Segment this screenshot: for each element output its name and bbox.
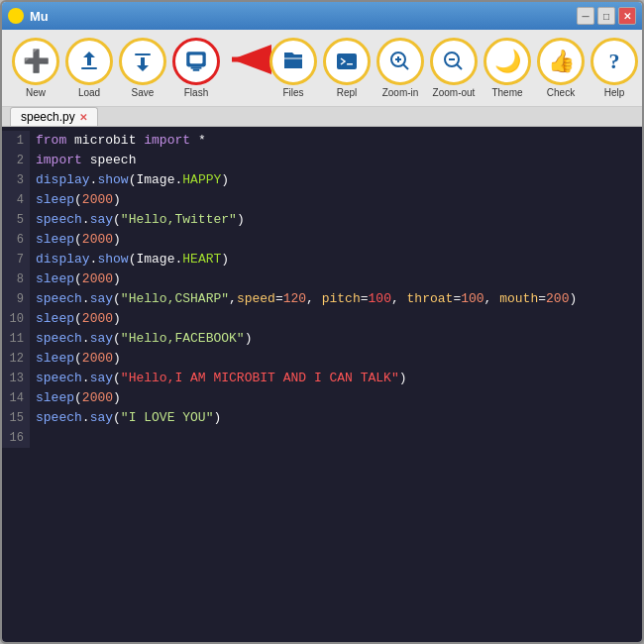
- close-button[interactable]: ✕: [618, 7, 636, 25]
- tool-files[interactable]: Files: [269, 38, 317, 98]
- line-code-13: speech.say("Hello,I AM MICROBIT AND I CA…: [30, 369, 407, 388]
- files-icon: [269, 38, 317, 85]
- line-number-5: 5: [2, 210, 30, 230]
- title-bar: Mu ─ □ ✕: [2, 2, 642, 30]
- line-code-6: sleep(2000): [30, 230, 121, 250]
- line-code-8: sleep(2000): [30, 269, 121, 289]
- line-code-9: speech.say("Hello,CSHARP",speed=120, pit…: [30, 289, 577, 309]
- line-code-1: from microbit import *: [30, 131, 206, 151]
- toolbar: ➕ New Load Save Flash: [2, 30, 642, 107]
- code-line-10: 10 sleep(2000): [2, 309, 642, 329]
- line-code-16: [30, 428, 44, 448]
- tool-theme[interactable]: 🌙 Theme: [483, 38, 531, 98]
- load-icon: [65, 38, 113, 85]
- line-number-12: 12: [2, 349, 30, 369]
- tool-load[interactable]: Load: [65, 38, 113, 98]
- line-code-4: sleep(2000): [30, 190, 121, 210]
- tool-check[interactable]: 👍 Check: [537, 38, 585, 98]
- svg-rect-8: [347, 63, 353, 65]
- maximize-button[interactable]: □: [597, 7, 615, 25]
- code-line-15: 15 speech.say("I LOVE YOU"): [2, 408, 642, 428]
- code-line-16: 16: [2, 428, 642, 448]
- tool-zoom-in[interactable]: Zoom-in: [376, 38, 424, 98]
- theme-label: Theme: [491, 87, 522, 98]
- code-editor[interactable]: 1 from microbit import * 2 import speech…: [2, 127, 642, 642]
- zoom-out-label: Zoom-out: [433, 87, 476, 98]
- title-controls: ─ □ ✕: [577, 7, 636, 25]
- flash-icon: [172, 38, 220, 85]
- code-line-3: 3 display.show(Image.HAPPY): [2, 170, 642, 190]
- line-number-8: 8: [2, 269, 30, 289]
- zoom-in-icon: [376, 38, 424, 85]
- line-number-6: 6: [2, 230, 30, 250]
- zoom-out-icon: [430, 38, 478, 85]
- window-title: Mu: [30, 9, 577, 24]
- code-line-4: 4 sleep(2000): [2, 190, 642, 210]
- save-icon: [119, 38, 166, 85]
- tool-help[interactable]: ? Help: [590, 38, 638, 98]
- minimize-button[interactable]: ─: [577, 7, 594, 25]
- main-window: Mu ─ □ ✕ ➕ New Load Save: [0, 0, 644, 644]
- save-label: Save: [132, 87, 155, 98]
- line-code-2: import speech: [30, 151, 136, 170]
- files-label: Files: [282, 87, 303, 98]
- flash-label: Flash: [184, 87, 208, 98]
- line-code-5: speech.say("Hello,Twitter"): [30, 210, 245, 230]
- svg-rect-1: [135, 54, 151, 55]
- code-line-7: 7 display.show(Image.HEART): [2, 250, 642, 269]
- svg-rect-4: [193, 69, 200, 71]
- line-number-9: 9: [2, 289, 30, 309]
- line-code-15: speech.say("I LOVE YOU"): [30, 408, 221, 428]
- tool-zoom-out[interactable]: Zoom-out: [430, 38, 478, 98]
- check-label: Check: [547, 87, 575, 98]
- line-number-3: 3: [2, 170, 30, 190]
- svg-rect-0: [81, 67, 97, 69]
- new-icon: ➕: [12, 38, 59, 85]
- code-line-12: 12 sleep(2000): [2, 349, 642, 369]
- tool-new[interactable]: ➕ New: [12, 38, 59, 98]
- load-label: Load: [78, 87, 100, 98]
- line-code-12: sleep(2000): [30, 349, 121, 369]
- line-code-10: sleep(2000): [30, 309, 121, 329]
- app-icon: [8, 8, 24, 24]
- zoom-in-label: Zoom-in: [382, 87, 419, 98]
- tab-close-button[interactable]: ✕: [79, 112, 87, 123]
- line-code-3: display.show(Image.HAPPY): [30, 170, 229, 190]
- code-line-2: 2 import speech: [2, 151, 642, 170]
- code-line-13: 13 speech.say("Hello,I AM MICROBIT AND I…: [2, 369, 642, 388]
- line-number-11: 11: [2, 329, 30, 349]
- line-number-2: 2: [2, 151, 30, 170]
- repl-icon: [323, 38, 371, 85]
- line-number-4: 4: [2, 190, 30, 210]
- code-line-8: 8 sleep(2000): [2, 269, 642, 289]
- tool-save[interactable]: Save: [119, 38, 166, 98]
- code-line-9: 9 speech.say("Hello,CSHARP",speed=120, p…: [2, 289, 642, 309]
- line-number-1: 1: [2, 131, 30, 151]
- line-number-14: 14: [2, 388, 30, 408]
- help-icon: ?: [590, 38, 638, 85]
- line-number-7: 7: [2, 250, 30, 269]
- code-line-6: 6 sleep(2000): [2, 230, 642, 250]
- tool-flash[interactable]: Flash: [172, 38, 220, 98]
- theme-icon: 🌙: [483, 38, 531, 85]
- line-number-16: 16: [2, 428, 30, 448]
- line-code-11: speech.say("Hello,FACEBOOK"): [30, 329, 252, 349]
- tab-speech-py[interactable]: speech.py ✕: [10, 107, 98, 126]
- svg-rect-3: [191, 66, 202, 68]
- svg-rect-5: [190, 55, 203, 64]
- code-line-5: 5 speech.say("Hello,Twitter"): [2, 210, 642, 230]
- svg-rect-7: [337, 54, 357, 69]
- line-number-13: 13: [2, 369, 30, 388]
- tool-repl[interactable]: Repl: [323, 38, 371, 98]
- code-line-14: 14 sleep(2000): [2, 388, 642, 408]
- code-line-11: 11 speech.say("Hello,FACEBOOK"): [2, 329, 642, 349]
- new-label: New: [26, 87, 46, 98]
- line-code-7: display.show(Image.HEART): [30, 250, 229, 269]
- line-code-14: sleep(2000): [30, 388, 121, 408]
- help-label: Help: [604, 87, 625, 98]
- check-icon: 👍: [537, 38, 585, 85]
- repl-label: Repl: [337, 87, 358, 98]
- line-number-15: 15: [2, 408, 30, 428]
- code-line-1: 1 from microbit import *: [2, 131, 642, 151]
- tab-label: speech.py: [21, 110, 75, 124]
